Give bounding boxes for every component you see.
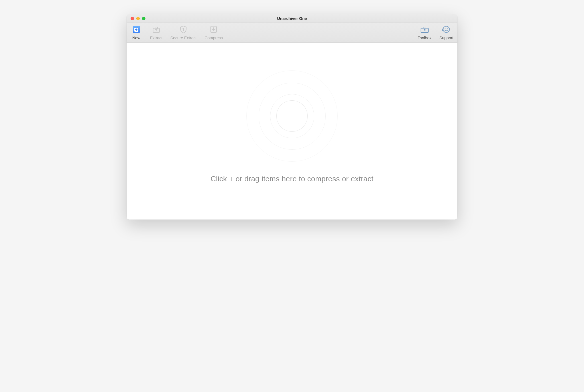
drop-hint-text: Click + or drag items here to compress o… (210, 174, 373, 183)
drop-zone[interactable]: Click + or drag items here to compress o… (127, 43, 457, 220)
svg-point-9 (443, 26, 449, 33)
compress-button-label: Compress (204, 36, 223, 40)
new-file-icon (131, 25, 141, 34)
secure-extract-button-label: Secure Extract (171, 36, 197, 40)
toolbar-left-group: New Extract (131, 25, 223, 40)
toolbar-right-group: Toolbox Support (418, 25, 453, 40)
new-button[interactable]: New (131, 25, 142, 40)
toolbar: New Extract (127, 23, 457, 43)
compress-icon (209, 25, 218, 34)
drop-target-graphic (246, 70, 338, 162)
extract-button-label: Extract (150, 36, 163, 40)
minimize-window-button[interactable] (136, 17, 140, 20)
support-icon (441, 25, 451, 34)
secure-extract-button[interactable]: Secure Extract (171, 25, 197, 40)
toolbox-icon (420, 25, 429, 34)
add-items-button[interactable] (276, 100, 308, 132)
app-window: Unarchiver One (127, 14, 457, 220)
svg-rect-8 (424, 29, 425, 31)
extract-icon (151, 25, 161, 34)
window-controls (127, 17, 145, 20)
support-button[interactable]: Support (439, 25, 453, 40)
close-window-button[interactable] (131, 17, 134, 20)
svg-point-10 (445, 29, 446, 29)
svg-point-11 (447, 29, 448, 29)
zoom-window-button[interactable] (142, 17, 145, 20)
extract-button[interactable]: Extract (150, 25, 163, 40)
compress-button[interactable]: Compress (204, 25, 223, 40)
toolbox-button[interactable]: Toolbox (418, 25, 431, 40)
support-button-label: Support (439, 36, 453, 40)
shield-icon (179, 25, 188, 34)
plus-icon (286, 110, 298, 122)
toolbox-button-label: Toolbox (418, 36, 431, 40)
titlebar: Unarchiver One (127, 14, 457, 23)
new-button-label: New (132, 36, 140, 40)
window-title: Unarchiver One (127, 16, 457, 21)
